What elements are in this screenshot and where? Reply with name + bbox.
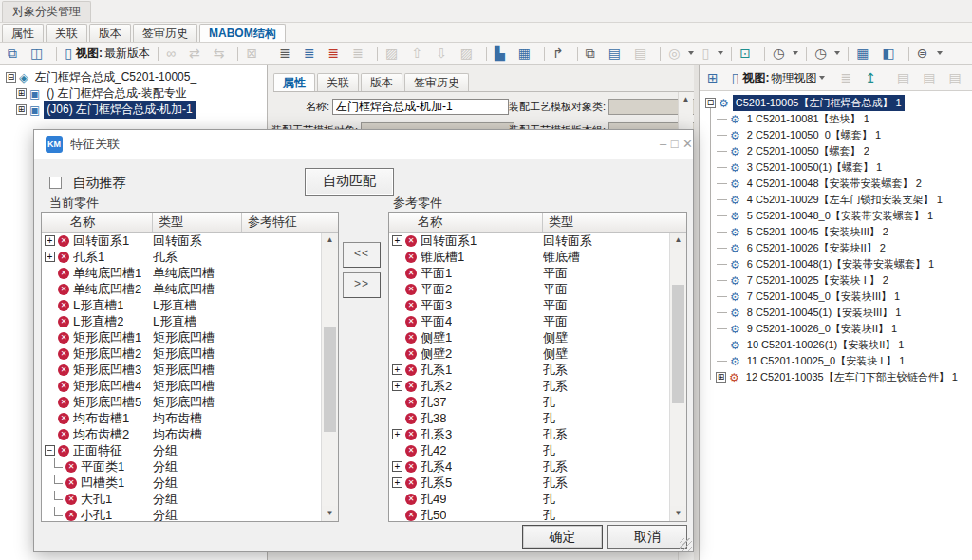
tab-mabom-structure[interactable]: MABOM结构 <box>199 24 286 42</box>
tab-attributes[interactable]: 属性 <box>2 24 44 42</box>
layers-icon[interactable]: ⊟ ◈ 左门框焊合总成_C5201-10005_ <box>2 69 267 85</box>
ok-button[interactable]: 确定 <box>522 525 603 549</box>
feature-row[interactable]: 平面2 平面 <box>389 281 670 297</box>
remove-feature-icon[interactable] <box>58 445 69 457</box>
part-icon[interactable]: ⊞ ▣ () 左门框焊合总成-装配专业 <box>12 85 267 102</box>
list-off2-icon[interactable]: ▤ <box>920 68 944 87</box>
gear-icon[interactable]: ⚙ 4 C5201-10029【左车门锁扣安装支架】 1 <box>712 192 972 208</box>
remove-feature-icon[interactable] <box>58 284 69 295</box>
feature-row[interactable]: L形直槽1 L形直槽 <box>42 297 322 313</box>
branch-icon[interactable]: ↱ <box>550 44 572 63</box>
remove-feature-icon[interactable] <box>58 413 69 424</box>
image2-icon[interactable]: ▨ <box>458 44 481 63</box>
tab-object-classification[interactable]: 对象分类管理 <box>2 1 91 22</box>
expander-icon[interactable]: + <box>392 477 402 488</box>
list-off-icon[interactable]: ▤ <box>894 68 918 87</box>
panel-icon[interactable]: ⊞ <box>704 68 727 87</box>
link-icon[interactable]: ∞ <box>163 44 184 63</box>
history2-icon[interactable]: ◷ <box>812 44 843 63</box>
gear-icon[interactable]: ⚙ 6 C5201-10026【安装块II】 2 <box>712 240 972 256</box>
remove-feature-icon[interactable] <box>58 252 69 263</box>
feature-row[interactable]: 均布齿槽2 均布齿槽 <box>42 426 322 442</box>
swap2-icon[interactable]: ⇆ <box>211 44 234 63</box>
gear-icon[interactable]: ⚙ 5 C5201-10048_0【安装带安装螺套】 1 <box>712 208 972 224</box>
gear-icon[interactable]: ⚙ 6 C5201-10048(1)【安装带安装螺套】 1 <box>712 256 972 272</box>
list-off3-icon[interactable]: ▤ <box>945 68 969 87</box>
remove-feature-icon[interactable] <box>58 316 69 327</box>
gear-icon[interactable]: ⚙ 7 C5201-10045_0【安装块III】 1 <box>712 289 972 305</box>
expander-icon[interactable]: + <box>392 461 402 472</box>
feature-row[interactable]: 平面4 平面 <box>389 313 670 329</box>
feature-row[interactable]: 均布齿槽1 均布齿槽 <box>42 410 322 426</box>
remove-feature-icon[interactable] <box>405 268 417 279</box>
feature-row[interactable]: 孔42 孔 <box>389 442 670 458</box>
table-icon[interactable]: ▦ <box>853 44 877 63</box>
remove-feature-icon[interactable] <box>58 268 69 279</box>
cancel-button[interactable]: 取消 <box>608 525 687 549</box>
gear-icon[interactable]: ⚙ 3 C5201-10050(1)【螺套】 1 <box>712 159 972 176</box>
stack-icon[interactable]: ≣ <box>276 44 299 63</box>
feature-row[interactable]: 平面类1 分组 <box>42 458 322 475</box>
feature-row[interactable]: 平面3 平面 <box>389 297 670 313</box>
feature-row[interactable]: 大孔1 分组 <box>42 491 322 507</box>
remove-feature-icon[interactable] <box>405 235 417 247</box>
tiles-icon[interactable]: ◧ <box>880 44 904 63</box>
swap-icon[interactable]: ⇄ <box>186 44 209 63</box>
arrow-up-icon[interactable]: ⇧ <box>408 44 431 63</box>
tab-versions[interactable]: 版本 <box>361 73 402 91</box>
stack-off-icon[interactable]: ≣ <box>837 68 860 87</box>
column-header[interactable]: 名称 <box>389 213 543 232</box>
stack-off-icon[interactable]: ≣ <box>349 44 372 63</box>
dialog-titlebar[interactable]: KM 特征关联 – □ ✕ <box>34 130 693 159</box>
expander-icon[interactable]: + <box>392 429 402 439</box>
maximize-icon[interactable]: □ <box>671 137 679 151</box>
remove-feature-icon[interactable] <box>65 477 77 489</box>
feature-row[interactable]: 锥底槽1 锥底槽 <box>389 249 670 265</box>
feature-row[interactable]: 矩形底凹槽2 矩形底凹槽 <box>42 345 322 362</box>
auto-match-button[interactable]: 自动匹配 <box>305 168 394 196</box>
remove-feature-icon[interactable] <box>405 364 417 376</box>
doc-dd-icon[interactable]: ▯ <box>699 44 726 63</box>
feature-row[interactable]: 单纯底凹槽2 单纯底凹槽 <box>42 281 322 297</box>
expander-icon[interactable]: ⊟ <box>705 98 716 108</box>
expander-icon[interactable]: ⊟ <box>6 72 16 83</box>
feature-row[interactable]: + 回转面系1 回转面系 <box>42 233 322 249</box>
select-box-icon[interactable]: ⊠ <box>243 44 266 63</box>
expander-icon[interactable]: + <box>45 252 55 262</box>
tab-sign-history[interactable]: 签审历史 <box>133 24 197 42</box>
feature-row[interactable]: + 孔系1 孔系 <box>42 249 322 265</box>
remove-feature-icon[interactable] <box>405 445 417 457</box>
gear-icon[interactable]: ⚙ 10 C5201-10026(1)【安装块II】 1 <box>712 337 972 353</box>
move-to-current-button[interactable]: << <box>343 242 381 268</box>
windows-icon[interactable]: ⧉ <box>583 44 604 63</box>
gear-dd-icon[interactable]: ◎ <box>665 44 697 63</box>
feature-row[interactable]: L形直槽2 L形直槽 <box>42 313 322 329</box>
remove-feature-icon[interactable] <box>405 494 417 505</box>
feature-row[interactable]: 矩形底凹槽5 矩形底凹槽 <box>42 394 322 410</box>
chart-icon[interactable]: ▙ <box>492 44 514 63</box>
feature-row[interactable]: 侧壁1 侧壁 <box>389 329 670 345</box>
search-box-icon[interactable]: ⊡ <box>737 44 759 63</box>
tab-versions[interactable]: 版本 <box>89 24 131 42</box>
table-scrollbar[interactable]: ▲ ▼ <box>669 233 686 521</box>
remove-feature-icon[interactable] <box>58 381 69 392</box>
scroll-down-icon[interactable]: ▼ <box>670 506 686 521</box>
gear-icon[interactable]: ⚙ 4 C5201-10048【安装带安装螺套】 2 <box>712 176 972 192</box>
close-icon[interactable]: ✕ <box>682 137 693 151</box>
feature-row[interactable]: 孔49 孔 <box>389 491 670 507</box>
feature-row[interactable]: 单纯底凹槽1 单纯底凹槽 <box>42 265 322 281</box>
new-doc-icon[interactable]: ▯ 视图: 最新版本 <box>62 44 153 63</box>
remove-feature-icon[interactable] <box>58 348 69 360</box>
scroll-up-icon[interactable]: ▲ <box>322 233 338 248</box>
auto-recommend-checkbox[interactable] <box>49 177 62 189</box>
expander-icon[interactable]: ⊞ <box>716 372 726 383</box>
gear-icon[interactable]: ⚙ 11 C5201-10025_0【安装块 I 】 1 <box>712 353 972 369</box>
db-icon[interactable]: ⊜ <box>914 44 945 63</box>
tab-relations[interactable]: 关联 <box>46 24 87 42</box>
remove-feature-icon[interactable] <box>405 284 417 295</box>
feature-row[interactable]: 矩形底凹槽4 矩形底凹槽 <box>42 378 322 394</box>
column-header[interactable]: 名称 <box>42 213 153 232</box>
list-off-icon[interactable]: ▤ <box>631 44 655 63</box>
feature-row[interactable]: 孔38 孔 <box>389 410 670 426</box>
gear-red-icon[interactable]: ⊞ ⚙ 12 C5201-10035【左车门下部主铰链合件】 1 <box>712 369 972 385</box>
